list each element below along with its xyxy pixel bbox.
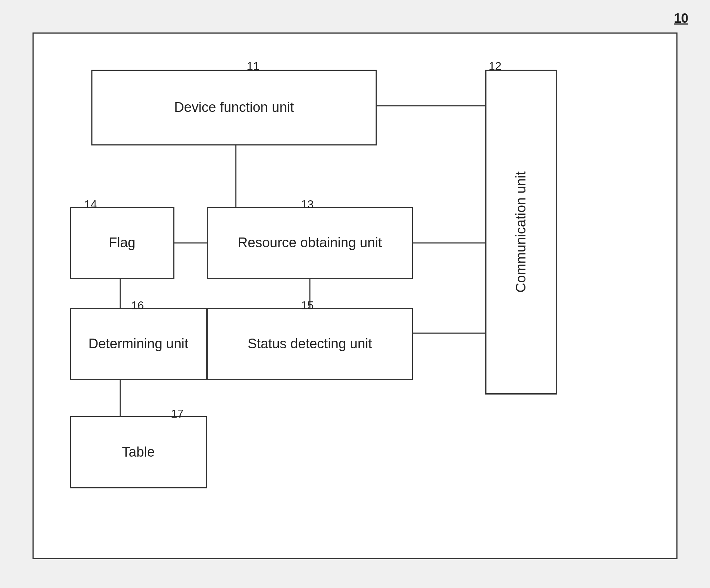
outer-ref-label: 10 bbox=[674, 11, 688, 26]
communication-unit-label: Communication unit bbox=[512, 171, 530, 293]
status-detecting-label: Status detecting unit bbox=[248, 335, 372, 353]
determining-box: Determining unit bbox=[70, 308, 207, 380]
ref-16: 16 bbox=[131, 299, 144, 312]
ref-17: 17 bbox=[171, 407, 184, 421]
ref-11: 11 bbox=[247, 60, 260, 73]
status-detecting-box: Status detecting unit bbox=[207, 308, 413, 380]
device-function-label: Device function unit bbox=[174, 99, 294, 116]
ref-14: 14 bbox=[84, 198, 97, 211]
flag-label: Flag bbox=[109, 234, 135, 252]
ref-15: 15 bbox=[301, 299, 314, 312]
table-box: Table bbox=[70, 416, 207, 488]
resource-obtaining-box: Resource obtaining unit bbox=[207, 207, 413, 279]
communication-unit-box: Communication unit bbox=[485, 70, 557, 395]
device-function-box: Device function unit bbox=[91, 70, 377, 145]
determining-label: Determining unit bbox=[88, 335, 189, 353]
flag-box: Flag bbox=[70, 207, 174, 279]
resource-obtaining-label: Resource obtaining unit bbox=[238, 234, 382, 252]
ref-12: 12 bbox=[489, 60, 502, 73]
main-container: Device function unit 11 Communication un… bbox=[33, 32, 677, 559]
table-label: Table bbox=[122, 443, 155, 461]
ref-13: 13 bbox=[301, 198, 314, 211]
